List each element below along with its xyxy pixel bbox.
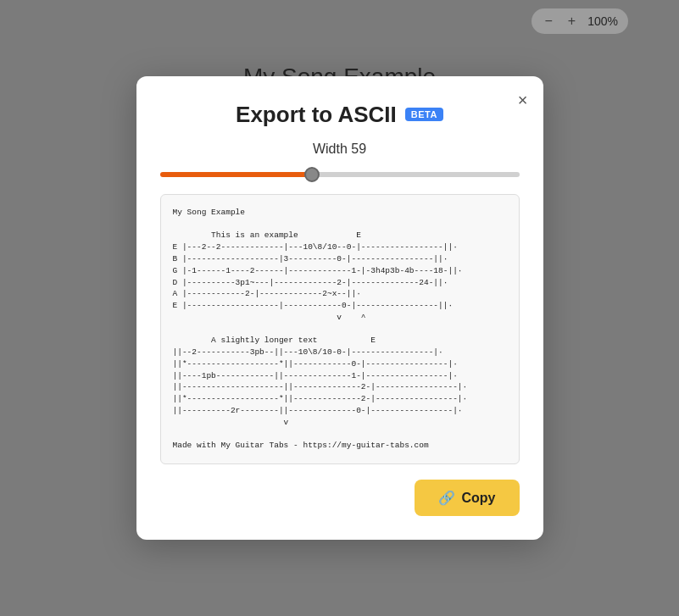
width-slider[interactable] [160, 172, 520, 177]
copy-button-label: Copy [462, 491, 496, 506]
modal-close-button[interactable]: × [515, 88, 532, 112]
beta-badge: BETA [405, 108, 443, 121]
width-label: Width 59 [160, 142, 520, 157]
ascii-output: My Song Example This is an example E E |… [160, 194, 520, 464]
width-slider-container [160, 165, 520, 180]
modal-overlay: × Export to ASCII BETA Width 59 My Song … [0, 0, 679, 616]
modal-title: Export to ASCII [236, 102, 397, 128]
copy-button[interactable]: 🔗 Copy [415, 480, 520, 516]
modal-header: Export to ASCII BETA [160, 102, 520, 128]
modal-footer: 🔗 Copy [160, 480, 520, 516]
link-icon: 🔗 [438, 490, 455, 506]
export-modal: × Export to ASCII BETA Width 59 My Song … [136, 76, 543, 540]
